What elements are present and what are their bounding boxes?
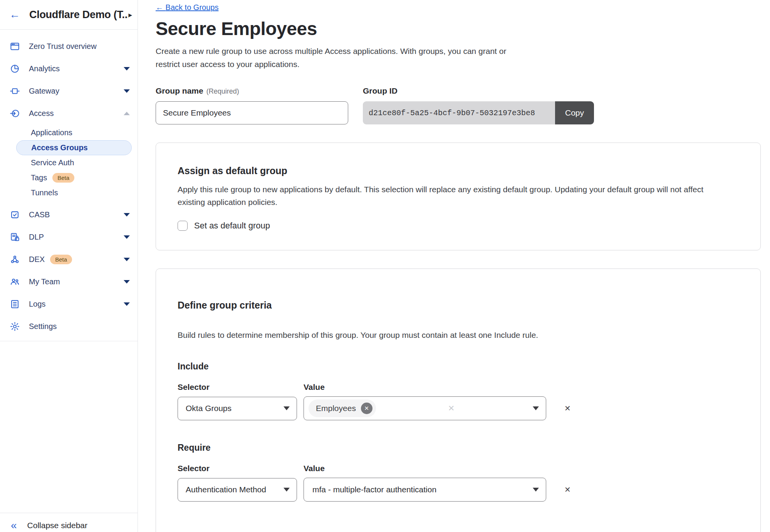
criteria-heading: Define group criteria (178, 300, 739, 311)
chevron-down-icon[interactable] (124, 213, 130, 216)
sidebar: ← Cloudflare Demo (T... ▸ Zero Trust ove… (0, 0, 138, 532)
value-tag: Employees ✕ (309, 399, 376, 417)
sidebar-item-tags[interactable]: Tags Beta (16, 170, 132, 185)
sidebar-item-settings[interactable]: Settings (0, 315, 138, 337)
chevron-down-icon[interactable] (124, 280, 130, 284)
include-value-multiselect[interactable]: Employees ✕ ✕ (304, 396, 546, 420)
chevron-down-icon[interactable] (124, 302, 130, 306)
logs-icon (10, 299, 20, 309)
sidebar-item-label: CASB (29, 210, 50, 219)
require-value-dropdown[interactable]: mfa - multiple-factor authentication (304, 478, 546, 502)
collapse-chevrons-icon: « (11, 520, 17, 531)
require-selector-label: Selector (178, 464, 297, 473)
include-rule-row: Okta Groups Employees ✕ ✕ ✕ (178, 396, 739, 420)
sidebar-item-applications[interactable]: Applications (16, 125, 132, 140)
copy-button[interactable]: Copy (555, 101, 594, 124)
chevron-down-icon[interactable] (124, 89, 130, 93)
sidebar-item-label: DLP (29, 233, 44, 242)
group-name-input[interactable] (156, 101, 348, 124)
set-default-group-label: Set as default group (194, 221, 270, 231)
sidebar-item-label: Settings (29, 322, 57, 331)
settings-icon (10, 321, 20, 332)
gateway-icon (10, 86, 20, 96)
back-to-groups-link[interactable]: ← Back to Groups (156, 3, 218, 12)
dex-icon (10, 254, 20, 265)
sidebar-item-analytics[interactable]: Analytics (0, 57, 138, 80)
chevron-down-icon[interactable] (124, 258, 130, 261)
remove-tag-icon[interactable]: ✕ (361, 403, 372, 414)
require-value-label: Value (304, 464, 546, 473)
dlp-icon (10, 232, 20, 242)
sidebar-item-label: Access (29, 109, 54, 118)
sidebar-item-dlp[interactable]: DLP (0, 226, 138, 248)
chevron-down-icon (533, 488, 539, 492)
include-value-label: Value (304, 383, 546, 392)
sidebar-item-label: My Team (29, 277, 60, 286)
expand-account-icon[interactable]: ▸ (128, 10, 132, 19)
sidebar-item-label: DEX (29, 255, 45, 264)
sidebar-item-label: Zero Trust overview (29, 42, 97, 51)
sidebar-item-label: Gateway (29, 87, 59, 96)
chevron-down-icon (284, 488, 290, 492)
include-heading: Include (178, 361, 739, 372)
criteria-card: Define group criteria Build rules to det… (156, 269, 761, 532)
chevron-down-icon[interactable] (124, 235, 130, 239)
beta-badge: Beta (50, 255, 72, 264)
collapse-sidebar-button[interactable]: « Collapse sidebar (0, 513, 138, 532)
criteria-description: Build rules to determine membership of t… (178, 329, 739, 341)
clear-values-icon[interactable]: ✕ (448, 404, 455, 413)
chevron-down-icon[interactable] (124, 67, 130, 70)
my-team-icon (10, 277, 20, 287)
require-selector-dropdown[interactable]: Authentication Method (178, 478, 297, 502)
casb-icon (10, 210, 20, 220)
chevron-down-icon (284, 406, 290, 410)
sidebar-nav: Zero Trust overview Analytics Gateway Ac… (0, 30, 138, 341)
chevron-down-icon (533, 406, 539, 410)
sidebar-item-zero-trust-overview[interactable]: Zero Trust overview (0, 35, 138, 57)
sidebar-item-logs[interactable]: Logs (0, 293, 138, 315)
include-selector-dropdown[interactable]: Okta Groups (178, 397, 297, 420)
require-rule-row: Authentication Method mfa - multiple-fac… (178, 478, 739, 502)
require-labels-row: Selector Value (178, 464, 739, 473)
page-title: Secure Employees (156, 18, 761, 39)
account-switcher[interactable]: ← Cloudflare Demo (T... ▸ (0, 0, 138, 30)
required-hint: (Required) (206, 87, 239, 95)
remove-require-rule-icon[interactable]: ✕ (564, 485, 571, 494)
set-default-group-row[interactable]: Set as default group (178, 221, 739, 231)
remove-include-rule-icon[interactable]: ✕ (564, 404, 571, 413)
sidebar-item-my-team[interactable]: My Team (0, 270, 138, 293)
zero-trust-overview-icon (10, 41, 20, 52)
chevron-up-icon[interactable] (124, 112, 130, 115)
group-meta-row: Group name(Required) Group ID d21ce80f-5… (156, 86, 761, 124)
sidebar-item-dex[interactable]: DEX Beta (0, 248, 138, 270)
sidebar-item-access-groups[interactable]: Access Groups (16, 140, 132, 155)
default-group-heading: Assign as default group (178, 165, 739, 176)
analytics-icon (10, 64, 20, 74)
sidebar-item-tunnels[interactable]: Tunnels (16, 185, 132, 200)
back-arrow-icon[interactable]: ← (9, 9, 20, 20)
include-selector-label: Selector (178, 383, 297, 392)
set-default-group-checkbox[interactable] (178, 221, 188, 231)
default-group-card: Assign as default group Apply this rule … (156, 143, 761, 250)
account-name: Cloudflare Demo (T... (29, 9, 128, 21)
group-id-label: Group ID (363, 86, 594, 96)
page-subtitle: Create a new rule group to use across mu… (156, 45, 531, 71)
sidebar-item-casb[interactable]: CASB (0, 203, 138, 226)
group-id-value: d21ce80f-5a25-4bcf-9b07-5032197e3be8 (363, 101, 555, 124)
main-content: ← Back to Groups Secure Employees Create… (138, 0, 770, 532)
require-heading: Require (178, 443, 739, 453)
group-name-label: Group name (156, 86, 203, 95)
sidebar-item-access[interactable]: Access (0, 102, 138, 124)
default-group-description: Apply this rule group to new application… (178, 183, 725, 208)
access-subnav: Applications Access Groups Service Auth … (0, 124, 138, 203)
sidebar-item-gateway[interactable]: Gateway (0, 80, 138, 102)
include-labels-row: Selector Value (178, 383, 739, 392)
beta-badge: Beta (52, 173, 74, 183)
sidebar-item-label: Analytics (29, 64, 60, 73)
back-arrow-icon: ← (156, 3, 163, 12)
access-icon (10, 108, 20, 119)
sidebar-item-label: Logs (29, 300, 45, 309)
sidebar-item-service-auth[interactable]: Service Auth (16, 155, 132, 170)
